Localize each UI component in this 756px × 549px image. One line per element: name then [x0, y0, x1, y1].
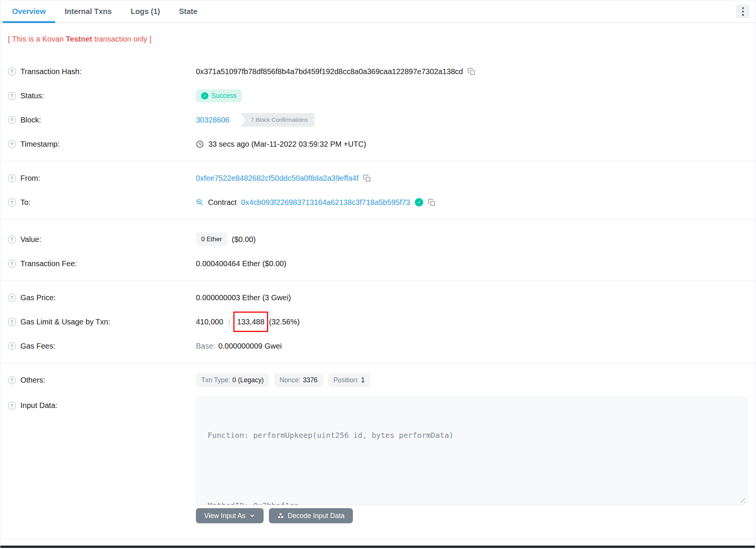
block-label: Block:: [20, 116, 41, 124]
testnet-notice: [ This is a Kovan Testnet transaction on…: [8, 34, 747, 44]
row-status: ? Status: ✓ Success: [0, 84, 755, 108]
block-number-link[interactable]: 30328606: [196, 116, 230, 124]
help-glyph: ?: [11, 377, 14, 383]
footer-bar: [0, 546, 755, 548]
help-icon[interactable]: ?: [8, 236, 16, 243]
tab-internal-txns[interactable]: Internal Txns: [55, 0, 121, 22]
from-label: From:: [20, 174, 40, 183]
kebab-menu-button[interactable]: [736, 5, 750, 18]
row-others: ? Others: Txn Type: 0 (Legacy) Nonce: 33…: [0, 368, 755, 392]
group-summary: ? Transaction Hash: 0x371a51097fb78df856…: [0, 59, 755, 156]
input-data-line: [208, 465, 736, 476]
gas-fees-label: Gas Fees:: [20, 342, 55, 350]
input-data-label: Input Data:: [20, 401, 57, 410]
check-circle-icon: ✓: [201, 92, 208, 99]
nonce-label: Nonce:: [279, 376, 300, 384]
gas-price-label: Gas Price:: [20, 293, 56, 302]
txn-type-badge: Txn Type: 0 (Legacy): [196, 373, 269, 387]
copy-icon[interactable]: [467, 68, 475, 76]
kebab-dot: [742, 11, 744, 12]
tab-bar: Overview Internal Txns Logs (1) State: [0, 0, 755, 23]
gas-used-value: 133,488: [237, 318, 264, 326]
help-glyph: ?: [11, 403, 14, 408]
input-data-textarea[interactable]: Function: performUpkeep(uint256 id, byte…: [196, 397, 747, 505]
help-icon[interactable]: ?: [8, 174, 16, 182]
view-input-as-label: View Input As: [204, 512, 245, 520]
row-gas-limit-usage: ? Gas Limit & Usage by Txn: 410,000 | 13…: [0, 310, 755, 334]
help-icon[interactable]: ?: [8, 199, 16, 206]
help-icon[interactable]: ?: [8, 68, 16, 76]
gas-separator: |: [228, 318, 230, 326]
kebab-dot: [742, 14, 744, 16]
help-icon[interactable]: ?: [8, 376, 16, 384]
group-addresses: ? From: 0xfee7522e8482682cf50ddc50a0f8da…: [0, 166, 755, 214]
from-address-link[interactable]: 0xfee7522e8482682cf50ddc50a0f8da2a39effa…: [196, 174, 359, 183]
help-glyph: ?: [11, 261, 14, 267]
check-glyph: ✓: [203, 93, 206, 98]
timestamp-label: Timestamp:: [20, 140, 60, 149]
gas-limit-value: 410,000: [196, 318, 223, 326]
row-transaction-fee: ? Transaction Fee: 0.000400464 Ether ($0…: [0, 251, 755, 276]
gas-used-wrap: 133,488: [237, 318, 264, 326]
tab-state[interactable]: State: [169, 0, 207, 22]
value-label: Value:: [20, 235, 41, 244]
transaction-hash-value: 0x371a51097fb78df856f8b4a7bd459f192d8cc8…: [196, 67, 463, 76]
transaction-fee-label: Transaction Fee:: [20, 259, 77, 268]
help-glyph: ?: [11, 117, 14, 123]
help-glyph: ?: [11, 141, 14, 147]
help-glyph: ?: [11, 237, 14, 242]
help-icon[interactable]: ?: [8, 318, 16, 326]
status-badge: ✓ Success: [196, 89, 242, 102]
copy-icon[interactable]: [428, 199, 436, 206]
divider: [0, 538, 755, 539]
kebab-dot: [742, 7, 744, 9]
row-block: ? Block: 30328606 7 Block Confirmations: [0, 108, 755, 132]
nonce-badge: Nonce: 3376: [274, 373, 323, 387]
group-gas: ? Gas Price: 0.000000003 Ether (3 Gwei) …: [0, 285, 755, 358]
resize-handle[interactable]: [739, 497, 745, 503]
row-timestamp: ? Timestamp: 33 secs ago (Mar-11-2022 03…: [0, 132, 755, 156]
help-icon[interactable]: ?: [8, 260, 16, 268]
help-icon[interactable]: ?: [8, 116, 16, 124]
gas-used-percent: (32.56%): [269, 318, 300, 326]
tab-logs[interactable]: Logs (1): [121, 0, 169, 22]
gas-fees-base-value: 0.000000009 Gwei: [218, 342, 282, 350]
input-data-line: MethodID: 0x7bbaf1ea: [208, 500, 736, 505]
help-glyph: ?: [11, 93, 14, 99]
block-confirmations-badge: 7 Block Confirmations: [240, 113, 315, 127]
help-icon[interactable]: ?: [8, 140, 16, 148]
notice-prefix: [ This is a Kovan: [8, 35, 66, 43]
decode-input-data-button[interactable]: Decode Input Data: [269, 508, 353, 523]
help-icon[interactable]: ?: [8, 294, 16, 302]
position-value: 1: [361, 376, 365, 384]
notice-suffix: transaction only ]: [92, 35, 152, 43]
position-badge: Position: 1: [328, 373, 370, 387]
help-glyph: ?: [11, 175, 14, 181]
row-value: ? Value: 0 Ether ($0.00): [0, 227, 755, 251]
help-icon[interactable]: ?: [8, 402, 16, 409]
help-icon[interactable]: ?: [8, 92, 16, 100]
view-input-as-button[interactable]: View Input As: [196, 508, 264, 523]
nonce-value: 3376: [303, 376, 318, 384]
clock-icon: [196, 140, 204, 148]
help-icon[interactable]: ?: [8, 342, 16, 350]
txn-type-value: 0 (Legacy): [233, 376, 264, 384]
gas-fees-base-label: Base:: [196, 342, 215, 350]
ether-value-badge: 0 Ether: [196, 233, 227, 246]
status-label: Status:: [20, 92, 44, 100]
copy-icon[interactable]: [363, 174, 371, 182]
input-data-actions: View Input As Decode Input Data: [196, 508, 755, 523]
gas-price-value: 0.000000003 Ether (3 Gwei): [196, 293, 291, 302]
tab-overview[interactable]: Overview: [3, 0, 55, 22]
transaction-overview-page: Overview Internal Txns Logs (1) State [ …: [0, 0, 755, 548]
divider: [0, 161, 755, 161]
position-label: Position:: [334, 376, 359, 384]
status-value: Success: [211, 92, 236, 100]
others-label: Others:: [20, 376, 45, 385]
to-address-link[interactable]: 0x4cb093f226983713164a62138c3f718a5b595f…: [241, 198, 410, 207]
divider: [0, 280, 755, 281]
group-others: ? Others: Txn Type: 0 (Legacy) Nonce: 33…: [0, 368, 755, 392]
help-glyph: ?: [11, 319, 14, 325]
notice-bold: Testnet: [66, 35, 92, 43]
magnifier-plus-icon[interactable]: [196, 199, 203, 206]
